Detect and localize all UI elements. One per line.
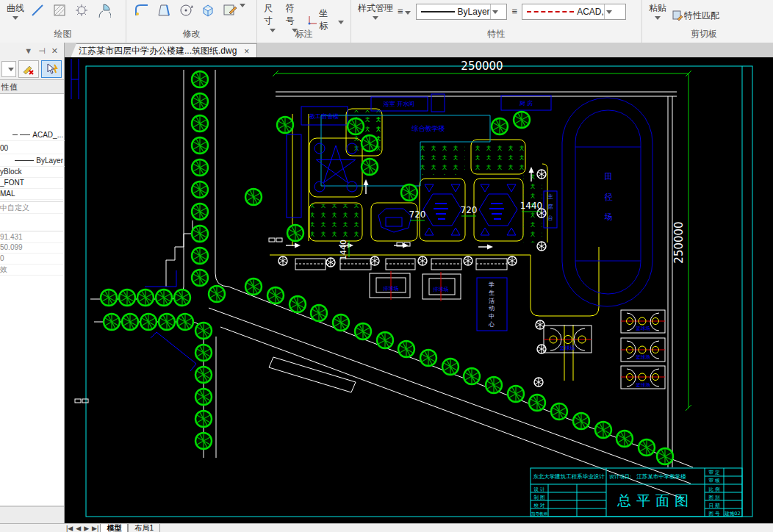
edit-delete-button[interactable]	[18, 60, 39, 78]
palette-row-linetype[interactable]: ACAD_...	[0, 129, 65, 141]
lineweight-icon: ≡	[512, 6, 517, 17]
close-icon[interactable]: ×	[244, 46, 249, 57]
mirror3d-button[interactable]	[199, 2, 217, 18]
combo-dropdown-button[interactable]	[604, 4, 614, 19]
group-label-annotate: 标注	[257, 28, 350, 40]
match-properties-icon	[671, 7, 684, 24]
style-manager-button[interactable]: 样式管理	[358, 2, 393, 20]
titleblock-date: 日 期	[708, 503, 719, 508]
staff-dorm-label: 教工宿舍楼	[309, 113, 339, 120]
pin-icon[interactable]: ⊣	[38, 46, 46, 56]
chevron-down-icon	[373, 16, 378, 20]
dim-1440: 1440	[520, 201, 543, 211]
style-manager-label: 样式管理	[358, 2, 393, 15]
linetype-alt-combobox[interactable]: ACAD,	[522, 4, 626, 20]
document-tab-title: 江苏某市四层中学办公楼建...筑图纸.dwg	[79, 45, 237, 57]
chevron-down-icon	[12, 16, 18, 20]
teaching-label: 综合教学楼	[411, 125, 445, 132]
linetype-combobox[interactable]: ByLayer	[416, 4, 507, 20]
edit-attribute-icon	[221, 2, 239, 18]
palette-footer	[0, 506, 64, 525]
lineweight-icon: ≡	[398, 6, 403, 17]
document-tab[interactable]: 江苏某市四层中学办公楼建...筑图纸.dwg ×	[71, 43, 257, 58]
quick-select-button[interactable]	[41, 60, 62, 78]
palette-row[interactable]: MAL	[0, 188, 63, 200]
lineweight2-button[interactable]: ≡	[512, 6, 517, 17]
fillet-button[interactable]	[133, 2, 151, 18]
ribbon-group-clipboard: 粘贴 特性匹配 剪切板	[642, 0, 766, 43]
lineweight-button[interactable]: ≡	[398, 6, 411, 17]
trapezoid-icon	[155, 2, 173, 18]
ribbon-group-draw: 曲线 绘图	[0, 0, 126, 43]
statusbar: |◀ ◀ ▶ ▶| 模型 布局1	[0, 523, 773, 532]
line-icon	[29, 2, 46, 18]
edit-attribute-button[interactable]	[221, 2, 239, 18]
student-center-label: 学生活动中心	[488, 281, 495, 328]
palette-row[interactable]: 0	[0, 253, 63, 265]
match-properties-label: 特性匹配	[684, 10, 719, 22]
chevron-down-icon[interactable]: ▼	[24, 46, 32, 55]
ribbon-group-annotate: 尺寸 符号 坐标 标注	[257, 0, 351, 43]
coordinate-icon	[308, 12, 320, 28]
first-tab-button[interactable]: |◀	[66, 525, 73, 532]
dim-720a: 720	[409, 209, 426, 220]
palette-toolbar	[0, 59, 64, 79]
dim-720b: 720	[461, 205, 478, 215]
running-track	[562, 98, 652, 306]
curve-label: 曲线	[7, 2, 24, 15]
titleblock-project-name: 江苏某市中学教学楼	[636, 473, 686, 480]
drawing-area[interactable]: 250000 250000 720 720 1440 1440 教工宿舍楼 浴室…	[65, 57, 773, 523]
titleblock-review: 审 核	[708, 478, 720, 484]
next-tab-button[interactable]: ▶	[84, 525, 89, 532]
line-button[interactable]	[29, 2, 46, 18]
close-icon[interactable]: ✕	[51, 46, 58, 56]
group-label-clipboard: 剪切板	[642, 28, 766, 40]
palette-row-bylayer[interactable]: ByLayer	[0, 155, 65, 167]
hatch-button[interactable]	[51, 2, 68, 18]
region-button[interactable]	[73, 2, 90, 18]
palette-row[interactable]: 效	[0, 264, 63, 276]
titleblock-dept: 东北大学建筑工程系毕业设计	[533, 473, 605, 480]
cube-icon	[199, 2, 217, 18]
chevron-down-icon	[240, 4, 245, 7]
palette-row[interactable]: yBlock	[0, 166, 63, 178]
selection-dropdown[interactable]	[1, 61, 16, 77]
palette-row[interactable]: 00	[0, 143, 63, 154]
palette-titlebar: ▼ ⊣ ✕	[0, 43, 64, 59]
offset-button[interactable]	[155, 2, 173, 18]
chevron-down-icon	[655, 16, 661, 20]
site-plan-svg[interactable]: 250000 250000 720 720 1440 1440 教工宿舍楼 浴室…	[65, 57, 773, 523]
pond-island	[386, 218, 402, 226]
edit-attribute-flyout[interactable]	[240, 2, 245, 7]
model-tab[interactable]: 模型	[100, 524, 128, 532]
hatch-icon	[51, 2, 68, 18]
palette-row[interactable]: _FONT	[0, 177, 63, 189]
palette-rows: ACAD_... 00 ByLayer yBlock _FONT MAL 中自定…	[0, 94, 64, 506]
palette-column-header: 性值	[0, 79, 64, 94]
symbol-label: 符号	[286, 2, 303, 27]
combo-dropdown-button[interactable]	[490, 4, 500, 19]
curve-button[interactable]: 曲线	[7, 2, 24, 20]
pond	[378, 209, 411, 232]
match-properties-button[interactable]: 特性匹配	[671, 7, 719, 24]
group-label-properties: 特性	[351, 28, 641, 40]
rotate-button[interactable]	[177, 2, 195, 18]
dim-right: 250000	[672, 221, 686, 263]
group-label-modify: 修改	[126, 28, 256, 40]
palette-row[interactable]: 50.099	[0, 242, 63, 254]
titleblock-number: 图 号	[708, 511, 720, 517]
layout1-tab[interactable]: 布局1	[128, 524, 160, 532]
boundary-button[interactable]	[95, 2, 112, 18]
titleblock-drawing-no: 建施02	[724, 511, 740, 517]
paste-button[interactable]: 粘贴	[649, 2, 666, 20]
palette-row[interactable]: 中自定义	[0, 201, 63, 214]
titleblock-check: 校 对	[533, 503, 545, 508]
group-label-draw: 绘图	[0, 28, 126, 40]
properties-palette: ▼ ⊣ ✕ 性值 ACAD_... 00 ByLayer yBlock _FON…	[0, 43, 65, 523]
linetype-alt-value: ACAD,	[577, 7, 604, 17]
volleyball-label: 排球场	[434, 287, 449, 292]
last-tab-button[interactable]: ▶|	[92, 525, 98, 532]
titleblock-scale: 比 例	[708, 486, 719, 492]
prev-tab-button[interactable]: ◀	[76, 525, 81, 532]
chevron-down-icon	[338, 21, 344, 24]
